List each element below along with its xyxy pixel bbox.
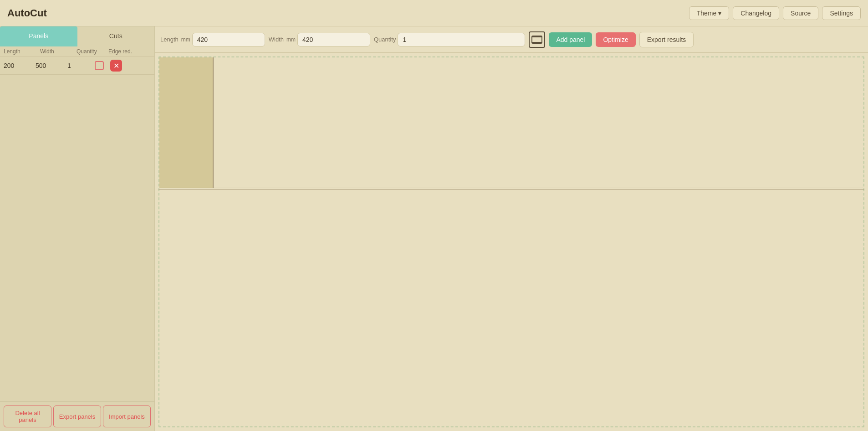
chevron-down-icon: ▾ bbox=[718, 10, 721, 17]
col-width: Width bbox=[40, 48, 77, 55]
panel-edge-cell: ✕ bbox=[95, 60, 122, 72]
sidebar-tabs: Panels Cuts bbox=[0, 26, 154, 46]
export-results-button[interactable]: Export results bbox=[639, 32, 694, 47]
board-panel bbox=[159, 57, 213, 188]
length-unit: mm bbox=[181, 36, 190, 43]
theme-button[interactable]: Theme ▾ bbox=[689, 6, 730, 20]
board-divider-vertical bbox=[213, 57, 214, 188]
quantity-label: Quantity bbox=[374, 36, 396, 43]
width-input[interactable] bbox=[297, 33, 370, 46]
toolbar: Length mm Width mm Quantity bbox=[155, 26, 868, 53]
length-input[interactable] bbox=[192, 33, 265, 46]
tab-panels[interactable]: Panels bbox=[0, 26, 77, 46]
width-unit: mm bbox=[286, 36, 296, 43]
export-panels-button[interactable]: Export panels bbox=[53, 405, 101, 427]
import-panels-button[interactable]: Import panels bbox=[103, 405, 151, 427]
app-title: AutoCut bbox=[7, 7, 47, 19]
panel-list-header: Length Width Quantity Edge red. bbox=[0, 46, 154, 57]
delete-all-panels-button[interactable]: Delete all panels bbox=[4, 405, 51, 427]
optimize-button[interactable]: Optimize bbox=[596, 32, 635, 47]
length-label: Length bbox=[160, 36, 179, 43]
board-divider-horizontal bbox=[159, 188, 863, 188]
length-group: Length mm bbox=[160, 33, 265, 46]
sidebar: Panels Cuts Length Width Quantity Edge r… bbox=[0, 26, 155, 431]
sidebar-actions: Delete all panels Export panels Import p… bbox=[0, 401, 154, 431]
quantity-group: Quantity bbox=[374, 33, 525, 46]
panel-quantity-value: 1 bbox=[67, 62, 95, 69]
header-buttons: Theme ▾ Changelog Source Settings bbox=[689, 6, 861, 20]
main-content: Length mm Width mm Quantity bbox=[155, 26, 868, 431]
col-edge-reduction: Edge red. bbox=[108, 48, 151, 55]
quantity-input[interactable] bbox=[398, 33, 525, 46]
main-layout: Panels Cuts Length Width Quantity Edge r… bbox=[0, 26, 868, 431]
settings-button[interactable]: Settings bbox=[822, 6, 861, 20]
delete-panel-button[interactable]: ✕ bbox=[110, 60, 122, 72]
cut-area bbox=[158, 56, 864, 427]
panel-width-value: 500 bbox=[36, 62, 67, 69]
svg-rect-2 bbox=[532, 42, 542, 43]
panel-row: 200 500 1 ✕ bbox=[0, 57, 154, 75]
add-panel-button[interactable]: Add panel bbox=[549, 32, 592, 47]
canvas-area bbox=[155, 53, 868, 431]
panel-length-value: 200 bbox=[4, 62, 36, 69]
width-label: Width bbox=[269, 36, 284, 43]
col-length: Length bbox=[4, 48, 40, 55]
source-button[interactable]: Source bbox=[783, 6, 818, 20]
orientation-icon[interactable] bbox=[529, 31, 545, 48]
tab-cuts[interactable]: Cuts bbox=[77, 26, 155, 46]
header: AutoCut Theme ▾ Changelog Source Setting… bbox=[0, 0, 868, 26]
changelog-button[interactable]: Changelog bbox=[733, 6, 779, 20]
edge-reduction-checkbox[interactable] bbox=[95, 61, 104, 70]
canvas-section-divider bbox=[158, 190, 864, 190]
col-quantity: Quantity bbox=[77, 48, 108, 55]
svg-rect-1 bbox=[532, 36, 542, 37]
width-group: Width mm bbox=[269, 33, 370, 46]
